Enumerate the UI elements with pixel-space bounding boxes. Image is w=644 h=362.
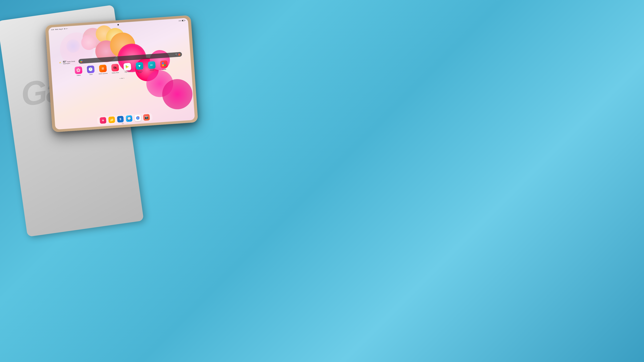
battery-percent: 44% (178, 20, 181, 22)
battery-tip (185, 20, 185, 21)
nav-home-indicator: — (127, 122, 128, 123)
weather-widget[interactable]: ⛅ 82° Partly Cloudy Washington (59, 59, 75, 65)
app-label-clock: Clock (90, 73, 92, 75)
dock-app-sk[interactable]: ❖ (100, 117, 106, 124)
dock-app-bixby[interactable]: 9 (117, 116, 124, 123)
dot-2 (122, 78, 122, 79)
tablet-screen[interactable]: 3:34 Wed. Aug 9 ⊞ ✦ • 44% ⛅ (48, 18, 195, 130)
app-label-gallery: Gallery (77, 74, 81, 76)
dock-app-camera[interactable]: 📷 (143, 114, 150, 121)
tablet-shell: 3:34 Wed. Aug 9 ⊞ ✦ • 44% ⛅ (45, 15, 198, 132)
app-icon-play-store (123, 63, 131, 71)
app-icon-samsung-health: ♥ (136, 62, 144, 70)
status-left: 3:34 Wed. Aug 9 ⊞ ✦ • (51, 28, 68, 31)
page-dots (120, 78, 124, 79)
app-label-galaxy-store: Galaxy Store (112, 72, 119, 74)
app-icon-gallery: 🌸 (74, 66, 82, 74)
app-item-galaxy-store[interactable]: 🛍 Galaxy Store (110, 64, 120, 74)
app-item-samsung-health[interactable]: ♥ Samsung Health (135, 62, 144, 74)
app-item-game-launcher[interactable]: ⊞ Game Launcher (98, 64, 108, 75)
app-item-clock[interactable]: 🕐 Clock (86, 65, 96, 76)
svg-rect-0 (162, 62, 164, 64)
status-date: Wed. Aug 9 (55, 28, 63, 30)
app-icon-game-launcher: ⊞ (99, 64, 107, 72)
app-item-google[interactable]: Google (159, 60, 169, 70)
app-label-game-launcher: Game Launcher (98, 72, 108, 75)
weather-icon: ⛅ (59, 61, 62, 64)
battery-body (182, 20, 185, 21)
app-icon-clock: 🕐 (87, 65, 94, 73)
app-label-play-store: Play Store (124, 71, 130, 73)
svg-rect-2 (162, 64, 164, 66)
microphone-icon[interactable]: 🎤 (174, 53, 177, 56)
app-item-penup[interactable]: ✏ PENUP (147, 61, 157, 71)
dock-app-messages[interactable]: 💬 (126, 115, 132, 122)
status-right: 44% (178, 19, 185, 22)
app-icon-google (160, 60, 168, 68)
dock-app-chrome[interactable] (134, 115, 141, 121)
svg-rect-3 (164, 64, 166, 66)
battery-indicator (182, 20, 185, 21)
google-g-icon (80, 60, 82, 62)
app-item-play-store[interactable]: Play Store (122, 63, 132, 73)
dot-1 (120, 78, 120, 79)
status-icons: ⊞ ✦ • (64, 28, 68, 30)
svg-rect-1 (164, 62, 166, 64)
app-label-google: Google (162, 68, 166, 70)
app-icon-galaxy-store: 🛍 (111, 64, 119, 71)
status-time: 3:34 (51, 29, 54, 30)
dot-3 (123, 78, 124, 79)
app-item-gallery[interactable]: 🌸 Gallery (74, 66, 83, 76)
app-icon-penup: ✏ (148, 61, 156, 69)
dock-app-folder[interactable]: 📁 (108, 116, 115, 123)
battery-fill (182, 20, 183, 21)
lens-icon[interactable] (178, 53, 180, 56)
app-label-samsung-health: Samsung Health (135, 70, 144, 73)
nav-recents-button[interactable]: ||| (122, 122, 124, 124)
app-label-penup: PENUP (150, 69, 154, 71)
